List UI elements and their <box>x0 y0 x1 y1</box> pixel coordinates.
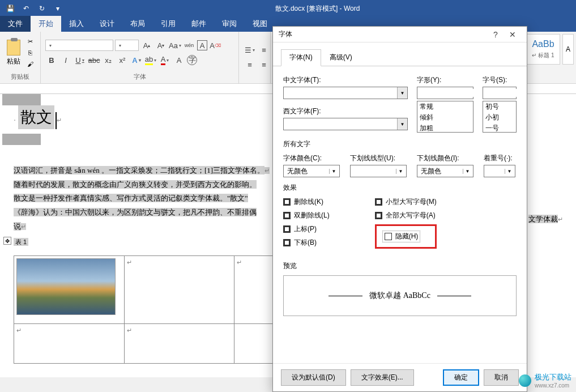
set-default-button[interactable]: 设为默认值(D) <box>281 369 346 386</box>
en-font-input[interactable] <box>284 120 397 128</box>
smallcaps-checkbox[interactable] <box>375 198 382 206</box>
align-left-button[interactable]: ≡ <box>244 59 256 71</box>
emphasis-label: 着重号(·): <box>484 154 515 163</box>
table-cell[interactable]: ↵ <box>124 256 234 324</box>
cn-font-combo[interactable]: ▼ <box>283 87 408 99</box>
subscript-button[interactable]: x₂ <box>102 54 114 66</box>
ok-button[interactable]: 确定 <box>443 369 479 386</box>
tab-references[interactable]: 引用 <box>153 16 184 32</box>
table-cell[interactable] <box>234 324 274 364</box>
font-color-button[interactable]: A▾ <box>159 54 171 66</box>
font-size-combo[interactable]: ▾ <box>115 40 139 51</box>
format-painter-icon[interactable]: 🖌 <box>25 59 35 69</box>
redo-icon[interactable]: ↻ <box>36 3 48 14</box>
underline-style-label: 下划线线型(U): <box>350 154 407 163</box>
shrink-font-button[interactable]: A▾ <box>155 39 167 52</box>
dstrike-checkbox[interactable] <box>283 212 291 219</box>
table-cell[interactable]: ↵ <box>14 324 125 364</box>
font-group-label: 字体 <box>45 71 234 81</box>
change-case-button[interactable]: Aa▾ <box>169 39 181 52</box>
enclose-char-button[interactable]: 字 <box>187 55 197 65</box>
chevron-down-icon[interactable]: ▼ <box>397 87 407 99</box>
background-text: 文学体裁↵ <box>528 214 563 224</box>
tab-file[interactable]: 文件 <box>0 16 31 32</box>
underline-button[interactable]: U▾ <box>74 54 86 66</box>
emphasis-combo[interactable]: ▼ <box>484 165 515 177</box>
dialog-titlebar[interactable]: 字体 ? ✕ <box>273 27 527 42</box>
underline-color-combo[interactable]: 无颜色 ▼ <box>417 165 473 177</box>
dialog-title: 字体 <box>279 29 487 39</box>
chevron-down-icon: ▼ <box>463 169 472 174</box>
paste-icon <box>7 40 20 56</box>
image-landscape[interactable] <box>16 258 116 315</box>
tab-review[interactable]: 审阅 <box>214 16 245 32</box>
font-style-input[interactable] <box>417 87 473 99</box>
qat-customize-icon[interactable]: ▾ <box>52 3 63 14</box>
help-button[interactable]: ? <box>487 28 504 41</box>
strike-button[interactable]: abc <box>88 54 100 66</box>
preview-box: 微软卓越 AaBbCc <box>283 275 517 316</box>
cut-icon[interactable]: ✂ <box>25 36 35 46</box>
clear-format-button[interactable]: A⌫ <box>209 39 221 52</box>
dialog-tabs: 字体(N) 高级(V) <box>273 42 527 66</box>
superscript-checkbox[interactable] <box>283 225 291 233</box>
strike-checkbox[interactable] <box>283 198 291 206</box>
copy-icon[interactable]: ⎘ <box>25 48 35 58</box>
italic-button[interactable]: I <box>59 54 72 66</box>
font-color-combo[interactable]: 无颜色 ▼ <box>283 165 340 177</box>
en-font-label: 西文字体(F): <box>283 106 408 116</box>
align-center-button[interactable]: ≡ <box>258 59 270 71</box>
superscript-button[interactable]: x² <box>116 54 129 66</box>
grow-font-button[interactable]: A▴ <box>140 39 153 52</box>
chevron-down-icon[interactable]: ▼ <box>397 118 407 130</box>
chevron-down-icon: ▼ <box>329 169 338 174</box>
tab-home[interactable]: 开始 <box>31 16 61 32</box>
allcaps-checkbox[interactable] <box>375 212 382 219</box>
table-caption: 表 1 <box>14 238 28 246</box>
font-family-combo[interactable]: ▾ <box>45 40 113 51</box>
char-border-button[interactable]: A <box>197 40 207 50</box>
subscript-checkbox[interactable] <box>283 239 291 246</box>
cn-font-input[interactable] <box>284 89 397 97</box>
bold-button[interactable]: B <box>45 54 58 66</box>
styles-gallery: AaBb ↵ 标题 1 A <box>524 32 576 83</box>
font-color-label: 字体颜色(C): <box>283 154 340 163</box>
table-cell[interactable]: ↵ <box>124 324 234 364</box>
hidden-highlight: 隐藏(H) <box>375 224 437 249</box>
table-cell[interactable]: ↵ <box>234 256 274 324</box>
text-effects-button[interactable]: A▾ <box>130 54 143 66</box>
table-move-handle[interactable]: ✥ <box>3 237 11 245</box>
paste-label: 粘贴 <box>7 57 20 66</box>
char-shading-button[interactable]: A <box>173 54 185 66</box>
window-title: 散文.docx [兼容模式] - Word <box>63 4 571 14</box>
tab-font-basic[interactable]: 字体(N) <box>281 49 321 66</box>
chevron-down-icon: ▼ <box>505 169 514 174</box>
close-button[interactable]: ✕ <box>504 28 521 41</box>
hidden-checkbox[interactable] <box>385 233 392 240</box>
text-effects-button[interactable]: 文字效果(E)... <box>351 369 414 386</box>
table-cell[interactable] <box>14 256 125 324</box>
numbering-button[interactable]: ≡ <box>258 44 270 57</box>
undo-icon[interactable]: ↶ <box>20 3 32 14</box>
font-size-list[interactable]: 初号 小初 一号 <box>483 101 517 133</box>
tab-layout[interactable]: 布局 <box>122 16 153 32</box>
tab-mailings[interactable]: 邮件 <box>184 16 214 32</box>
tab-font-advanced[interactable]: 高级(V) <box>321 49 361 66</box>
bullets-button[interactable]: ☰▾ <box>244 44 256 57</box>
tab-insert[interactable]: 插入 <box>61 16 92 32</box>
phonetic-guide-button[interactable]: wén <box>183 39 195 52</box>
save-icon[interactable]: 💾 <box>5 3 16 14</box>
underline-style-combo[interactable]: ▼ <box>350 165 407 177</box>
underline-color-label: 下划线颜色(I): <box>417 154 473 163</box>
tab-design[interactable]: 设计 <box>92 16 122 32</box>
title-bar: 💾 ↶ ↻ ▾ 散文.docx [兼容模式] - Word <box>0 0 576 17</box>
en-font-combo[interactable]: ▼ <box>283 118 408 130</box>
paste-button[interactable]: 粘贴 <box>5 37 23 69</box>
highlight-button[interactable]: ab▾ <box>144 54 157 66</box>
tab-view[interactable]: 视图 <box>245 16 275 32</box>
style-more[interactable]: A <box>562 34 574 65</box>
style-heading1[interactable]: AaBb ↵ 标题 1 <box>526 34 560 65</box>
font-size-input[interactable] <box>483 87 517 99</box>
font-style-list[interactable]: 常规 倾斜 加粗 <box>417 101 473 133</box>
cancel-button[interactable]: 取消 <box>484 369 519 386</box>
